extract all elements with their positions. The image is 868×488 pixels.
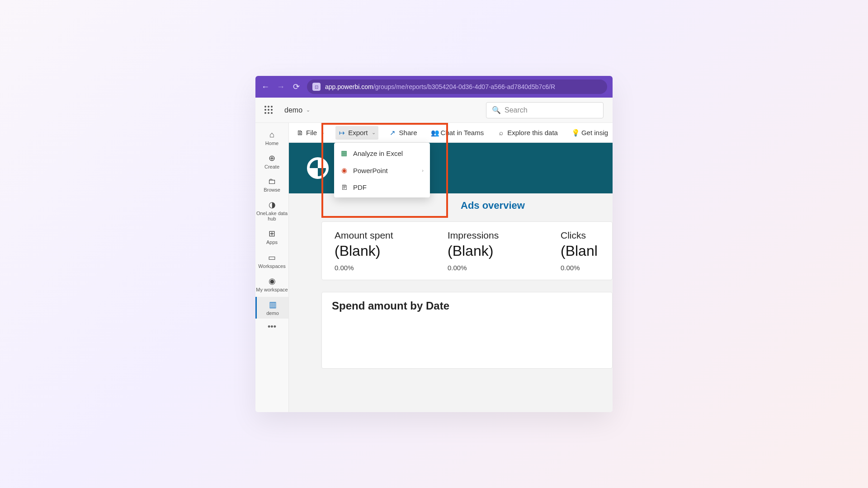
sidebar-item-browse[interactable]: 🗀 Browse [255, 174, 288, 195]
sidebar-item-label: Home [265, 141, 278, 146]
sidebar-item-onelake[interactable]: ◑ OneLake data hub [255, 197, 288, 224]
sidebar-item-label: Browse [264, 187, 280, 192]
search-icon: 🔍 [492, 106, 501, 114]
kpi-sub: 0.00% [448, 264, 535, 272]
sidebar-item-label: Create [264, 164, 279, 169]
url-path: /groups/me/reports/b3054204-0d36-4d07-a5… [373, 83, 555, 90]
workspace-breadcrumb[interactable]: demo ⌄ [284, 106, 310, 114]
chart-spend-by-date[interactable]: Spend amount by Date [321, 292, 613, 369]
bulb-icon: 💡 [571, 129, 579, 137]
report-content: 🗎 File ⌄ ↦ Export ⌄ ↗ Share 👥 Chat in Te… [289, 123, 613, 412]
chevron-down-icon: ⌄ [321, 130, 325, 136]
sidebar-item-apps[interactable]: ⊞ Apps [255, 226, 288, 248]
kpi-card-clicks[interactable]: Clicks (Blanl 0.00% [548, 230, 613, 272]
sidebar-item-label: My workspace [256, 287, 288, 292]
export-pdf[interactable]: 🖹 PDF [334, 179, 430, 196]
left-nav: ⌂ Home ⊕ Create 🗀 Browse ◑ OneLake data … [255, 123, 289, 412]
browser-chrome: ← → ⟳ ⊡ app.powerbi.com/groups/me/report… [255, 76, 613, 98]
url-host: app.powerbi.com [325, 83, 373, 90]
site-info-icon[interactable]: ⊡ [312, 83, 321, 91]
address-bar[interactable]: ⊡ app.powerbi.com/groups/me/reports/b305… [307, 80, 607, 94]
kpi-value: (Blank) [335, 243, 422, 259]
toolbar-share-label: Share [399, 129, 417, 136]
forward-button[interactable]: → [276, 82, 285, 92]
search-placeholder: Search [505, 106, 528, 114]
toolbar-export-label: Export [348, 129, 368, 136]
toolbar-chat-label: Chat in Teams [441, 129, 484, 136]
share-icon: ↗ [389, 129, 396, 137]
kpi-sub: 0.00% [561, 264, 613, 272]
toolbar-file-label: File [306, 129, 317, 136]
apps-icon: ⊞ [269, 229, 275, 239]
sidebar-item-create[interactable]: ⊕ Create [255, 150, 288, 172]
chevron-down-icon: ⌄ [306, 107, 310, 113]
sidebar-item-myworkspace[interactable]: ◉ My workspace [255, 273, 288, 295]
sidebar-item-workspaces[interactable]: ▭ Workspaces [255, 250, 288, 272]
kpi-value: (Blanl [561, 243, 613, 259]
toolbar-insights-label: Get insig [581, 129, 608, 136]
kpi-sub: 0.00% [335, 264, 422, 272]
app-top-bar: demo ⌄ 🔍 Search [255, 98, 613, 123]
pdf-icon: 🖹 [340, 183, 348, 191]
toolbar-share[interactable]: ↗ Share [387, 126, 420, 140]
toolbar-explore[interactable]: ⌕ Explore this data [495, 126, 561, 139]
chevron-right-icon: › [422, 168, 424, 173]
export-dropdown: ▦ Analyze in Excel ◉ PowerPoint › 🖹 PDF [334, 143, 430, 197]
export-icon: ↦ [338, 129, 345, 137]
export-pdf-label: PDF [353, 183, 367, 191]
sidebar-item-label: OneLake data hub [255, 211, 288, 221]
home-icon: ⌂ [269, 130, 274, 140]
sidebar-item-label: demo [266, 310, 279, 316]
export-analyze-excel[interactable]: ▦ Analyze in Excel [334, 145, 430, 162]
kpi-card-row: Amount spent (Blank) 0.00% Impressions (… [321, 221, 613, 280]
kpi-card-amount-spent[interactable]: Amount spent (Blank) 0.00% [322, 230, 435, 272]
banner-logo-icon [307, 157, 329, 179]
report-toolbar: 🗎 File ⌄ ↦ Export ⌄ ↗ Share 👥 Chat in Te… [289, 123, 613, 143]
app-launcher-icon[interactable] [264, 106, 274, 115]
teams-icon: 👥 [431, 129, 438, 137]
report-icon: ▥ [269, 300, 277, 310]
workspace-name: demo [284, 106, 302, 114]
kpi-value: (Blank) [448, 243, 535, 259]
sidebar-item-label: Workspaces [258, 263, 285, 269]
kpi-title: Impressions [448, 230, 535, 241]
main-area: ⌂ Home ⊕ Create 🗀 Browse ◑ OneLake data … [255, 123, 613, 412]
toolbar-explore-label: Explore this data [507, 129, 558, 136]
reload-button[interactable]: ⟳ [292, 82, 301, 92]
kpi-card-impressions[interactable]: Impressions (Blank) 0.00% [435, 230, 548, 272]
export-powerpoint[interactable]: ◉ PowerPoint › [334, 162, 430, 179]
plus-circle-icon: ⊕ [269, 153, 275, 163]
kpi-title: Clicks [561, 230, 613, 241]
excel-icon: ▦ [340, 149, 348, 157]
toolbar-export[interactable]: ↦ Export ⌄ [335, 126, 378, 140]
folder-icon: 🗀 [268, 177, 276, 186]
chart-title: Spend amount by Date [332, 300, 602, 312]
toolbar-chat-teams[interactable]: 👥 Chat in Teams [428, 126, 487, 140]
export-analyze-label: Analyze in Excel [353, 150, 403, 157]
toolbar-file[interactable]: 🗎 File ⌄ [293, 126, 327, 139]
sidebar-item-label: Apps [266, 239, 278, 245]
sidebar-more[interactable]: ••• [268, 322, 276, 332]
binoculars-icon: ⌕ [497, 129, 505, 136]
workspaces-icon: ▭ [268, 253, 276, 263]
file-icon: 🗎 [296, 129, 303, 136]
sidebar-item-demo[interactable]: ▥ demo [255, 297, 288, 319]
back-button[interactable]: ← [261, 82, 270, 92]
sidebar-item-home[interactable]: ⌂ Home [255, 127, 288, 149]
search-input[interactable]: 🔍 Search [486, 102, 604, 118]
person-icon: ◉ [269, 276, 276, 286]
kpi-title: Amount spent [335, 230, 422, 241]
globe-icon: ◑ [269, 200, 276, 210]
screenshot-frame: ← → ⟳ ⊡ app.powerbi.com/groups/me/report… [255, 76, 613, 412]
toolbar-insights[interactable]: 💡 Get insig [569, 126, 611, 140]
export-powerpoint-label: PowerPoint [353, 167, 388, 174]
powerpoint-icon: ◉ [340, 166, 348, 174]
chevron-down-icon: ⌄ [372, 130, 376, 136]
